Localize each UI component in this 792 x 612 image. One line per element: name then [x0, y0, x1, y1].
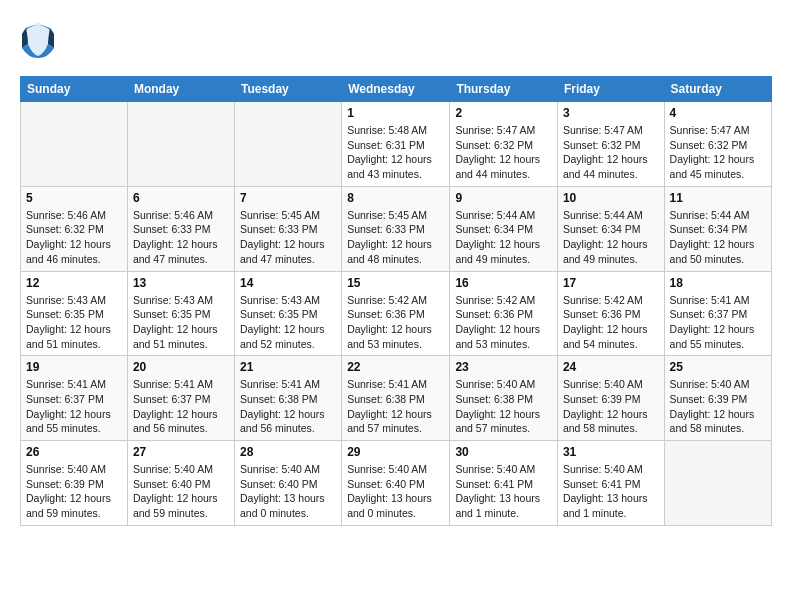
calendar-cell: 18Sunrise: 5:41 AM Sunset: 6:37 PM Dayli… [664, 271, 771, 356]
calendar-cell: 31Sunrise: 5:40 AM Sunset: 6:41 PM Dayli… [557, 441, 664, 526]
day-number: 20 [133, 360, 229, 374]
day-number: 13 [133, 276, 229, 290]
day-info: Sunrise: 5:45 AM Sunset: 6:33 PM Dayligh… [347, 208, 444, 267]
calendar-table: SundayMondayTuesdayWednesdayThursdayFrid… [20, 76, 772, 526]
calendar-cell: 4Sunrise: 5:47 AM Sunset: 6:32 PM Daylig… [664, 102, 771, 187]
calendar-week-row: 5Sunrise: 5:46 AM Sunset: 6:32 PM Daylig… [21, 186, 772, 271]
day-info: Sunrise: 5:47 AM Sunset: 6:32 PM Dayligh… [455, 123, 552, 182]
day-number: 8 [347, 191, 444, 205]
calendar-cell: 23Sunrise: 5:40 AM Sunset: 6:38 PM Dayli… [450, 356, 558, 441]
page-header [20, 20, 772, 60]
calendar-cell: 8Sunrise: 5:45 AM Sunset: 6:33 PM Daylig… [342, 186, 450, 271]
calendar-cell: 16Sunrise: 5:42 AM Sunset: 6:36 PM Dayli… [450, 271, 558, 356]
calendar-cell [21, 102, 128, 187]
day-number: 15 [347, 276, 444, 290]
weekday-header-saturday: Saturday [664, 77, 771, 102]
day-number: 25 [670, 360, 766, 374]
day-info: Sunrise: 5:40 AM Sunset: 6:40 PM Dayligh… [133, 462, 229, 521]
day-number: 5 [26, 191, 122, 205]
day-number: 26 [26, 445, 122, 459]
weekday-header-wednesday: Wednesday [342, 77, 450, 102]
calendar-cell: 14Sunrise: 5:43 AM Sunset: 6:35 PM Dayli… [234, 271, 341, 356]
weekday-header-friday: Friday [557, 77, 664, 102]
calendar-cell: 29Sunrise: 5:40 AM Sunset: 6:40 PM Dayli… [342, 441, 450, 526]
day-info: Sunrise: 5:47 AM Sunset: 6:32 PM Dayligh… [670, 123, 766, 182]
day-info: Sunrise: 5:47 AM Sunset: 6:32 PM Dayligh… [563, 123, 659, 182]
day-info: Sunrise: 5:42 AM Sunset: 6:36 PM Dayligh… [563, 293, 659, 352]
calendar-header: SundayMondayTuesdayWednesdayThursdayFrid… [21, 77, 772, 102]
calendar-cell: 30Sunrise: 5:40 AM Sunset: 6:41 PM Dayli… [450, 441, 558, 526]
day-info: Sunrise: 5:42 AM Sunset: 6:36 PM Dayligh… [455, 293, 552, 352]
day-info: Sunrise: 5:43 AM Sunset: 6:35 PM Dayligh… [26, 293, 122, 352]
day-number: 22 [347, 360, 444, 374]
calendar-week-row: 1Sunrise: 5:48 AM Sunset: 6:31 PM Daylig… [21, 102, 772, 187]
day-number: 28 [240, 445, 336, 459]
calendar-cell: 22Sunrise: 5:41 AM Sunset: 6:38 PM Dayli… [342, 356, 450, 441]
weekday-header-monday: Monday [127, 77, 234, 102]
calendar-cell: 20Sunrise: 5:41 AM Sunset: 6:37 PM Dayli… [127, 356, 234, 441]
day-info: Sunrise: 5:43 AM Sunset: 6:35 PM Dayligh… [133, 293, 229, 352]
calendar-cell: 5Sunrise: 5:46 AM Sunset: 6:32 PM Daylig… [21, 186, 128, 271]
calendar-cell: 24Sunrise: 5:40 AM Sunset: 6:39 PM Dayli… [557, 356, 664, 441]
calendar-week-row: 19Sunrise: 5:41 AM Sunset: 6:37 PM Dayli… [21, 356, 772, 441]
day-number: 1 [347, 106, 444, 120]
day-number: 10 [563, 191, 659, 205]
day-info: Sunrise: 5:41 AM Sunset: 6:37 PM Dayligh… [26, 377, 122, 436]
calendar-cell: 3Sunrise: 5:47 AM Sunset: 6:32 PM Daylig… [557, 102, 664, 187]
weekday-header-sunday: Sunday [21, 77, 128, 102]
calendar-cell: 15Sunrise: 5:42 AM Sunset: 6:36 PM Dayli… [342, 271, 450, 356]
day-info: Sunrise: 5:46 AM Sunset: 6:33 PM Dayligh… [133, 208, 229, 267]
day-info: Sunrise: 5:44 AM Sunset: 6:34 PM Dayligh… [670, 208, 766, 267]
day-info: Sunrise: 5:41 AM Sunset: 6:37 PM Dayligh… [133, 377, 229, 436]
day-info: Sunrise: 5:40 AM Sunset: 6:39 PM Dayligh… [26, 462, 122, 521]
day-info: Sunrise: 5:40 AM Sunset: 6:41 PM Dayligh… [455, 462, 552, 521]
day-info: Sunrise: 5:41 AM Sunset: 6:37 PM Dayligh… [670, 293, 766, 352]
day-info: Sunrise: 5:41 AM Sunset: 6:38 PM Dayligh… [347, 377, 444, 436]
day-number: 14 [240, 276, 336, 290]
day-number: 4 [670, 106, 766, 120]
day-info: Sunrise: 5:42 AM Sunset: 6:36 PM Dayligh… [347, 293, 444, 352]
calendar-cell: 25Sunrise: 5:40 AM Sunset: 6:39 PM Dayli… [664, 356, 771, 441]
day-number: 29 [347, 445, 444, 459]
day-info: Sunrise: 5:40 AM Sunset: 6:38 PM Dayligh… [455, 377, 552, 436]
logo-icon [20, 20, 56, 60]
day-number: 2 [455, 106, 552, 120]
day-number: 21 [240, 360, 336, 374]
day-info: Sunrise: 5:40 AM Sunset: 6:41 PM Dayligh… [563, 462, 659, 521]
day-number: 31 [563, 445, 659, 459]
calendar-cell: 13Sunrise: 5:43 AM Sunset: 6:35 PM Dayli… [127, 271, 234, 356]
logo [20, 20, 60, 60]
day-info: Sunrise: 5:43 AM Sunset: 6:35 PM Dayligh… [240, 293, 336, 352]
day-number: 18 [670, 276, 766, 290]
day-number: 11 [670, 191, 766, 205]
calendar-cell: 9Sunrise: 5:44 AM Sunset: 6:34 PM Daylig… [450, 186, 558, 271]
day-number: 7 [240, 191, 336, 205]
calendar-cell: 11Sunrise: 5:44 AM Sunset: 6:34 PM Dayli… [664, 186, 771, 271]
calendar-cell [234, 102, 341, 187]
day-info: Sunrise: 5:45 AM Sunset: 6:33 PM Dayligh… [240, 208, 336, 267]
calendar-week-row: 12Sunrise: 5:43 AM Sunset: 6:35 PM Dayli… [21, 271, 772, 356]
calendar-cell: 27Sunrise: 5:40 AM Sunset: 6:40 PM Dayli… [127, 441, 234, 526]
day-number: 19 [26, 360, 122, 374]
day-info: Sunrise: 5:40 AM Sunset: 6:39 PM Dayligh… [563, 377, 659, 436]
day-info: Sunrise: 5:48 AM Sunset: 6:31 PM Dayligh… [347, 123, 444, 182]
weekday-header-tuesday: Tuesday [234, 77, 341, 102]
day-number: 12 [26, 276, 122, 290]
calendar-cell: 12Sunrise: 5:43 AM Sunset: 6:35 PM Dayli… [21, 271, 128, 356]
calendar-cell: 10Sunrise: 5:44 AM Sunset: 6:34 PM Dayli… [557, 186, 664, 271]
calendar-body: 1Sunrise: 5:48 AM Sunset: 6:31 PM Daylig… [21, 102, 772, 526]
day-info: Sunrise: 5:40 AM Sunset: 6:39 PM Dayligh… [670, 377, 766, 436]
day-info: Sunrise: 5:41 AM Sunset: 6:38 PM Dayligh… [240, 377, 336, 436]
day-number: 27 [133, 445, 229, 459]
calendar-cell: 19Sunrise: 5:41 AM Sunset: 6:37 PM Dayli… [21, 356, 128, 441]
day-number: 9 [455, 191, 552, 205]
day-info: Sunrise: 5:44 AM Sunset: 6:34 PM Dayligh… [455, 208, 552, 267]
calendar-cell: 1Sunrise: 5:48 AM Sunset: 6:31 PM Daylig… [342, 102, 450, 187]
day-info: Sunrise: 5:40 AM Sunset: 6:40 PM Dayligh… [240, 462, 336, 521]
calendar-week-row: 26Sunrise: 5:40 AM Sunset: 6:39 PM Dayli… [21, 441, 772, 526]
day-number: 17 [563, 276, 659, 290]
calendar-cell: 17Sunrise: 5:42 AM Sunset: 6:36 PM Dayli… [557, 271, 664, 356]
weekday-header-thursday: Thursday [450, 77, 558, 102]
calendar-cell: 7Sunrise: 5:45 AM Sunset: 6:33 PM Daylig… [234, 186, 341, 271]
calendar-cell: 6Sunrise: 5:46 AM Sunset: 6:33 PM Daylig… [127, 186, 234, 271]
